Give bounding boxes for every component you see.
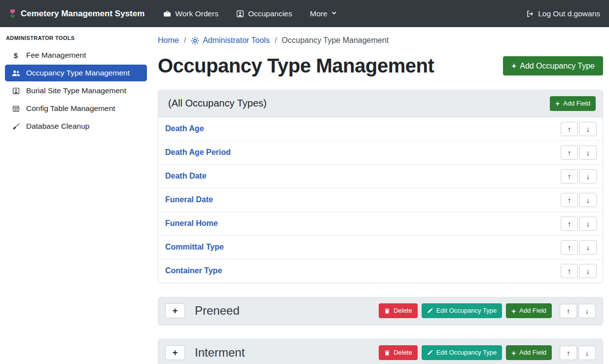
move-down-button[interactable]: ↓ — [579, 146, 597, 160]
work-orders-icon — [163, 10, 171, 18]
edit-label: Edit Occupancy Type — [436, 349, 497, 357]
move-down-button[interactable]: ↓ — [578, 346, 596, 360]
move-up-button[interactable]: ↑ — [561, 193, 578, 207]
sidebar-item-config-table-management[interactable]: Config Table Management — [5, 100, 147, 117]
field-row: Funeral Date ↑ ↓ — [158, 188, 603, 212]
field-link-container-type[interactable]: Container Type — [165, 266, 222, 275]
arrow-up-icon: ↑ — [567, 349, 571, 357]
expand-button[interactable]: + — [165, 303, 185, 318]
sidebar-item-occupancy-type-management[interactable]: Occupancy Type Management — [5, 65, 147, 81]
sidebar-item-burial-site-type-management[interactable]: Burial Site Type Management — [5, 82, 147, 99]
gear-icon — [191, 36, 199, 45]
reorder-buttons: ↑ ↓ — [561, 169, 597, 183]
move-up-button[interactable]: ↑ — [561, 217, 578, 231]
reorder-buttons: ↑ ↓ — [561, 264, 597, 278]
reorder-buttons: ↑ ↓ — [561, 122, 597, 136]
move-down-button[interactable]: ↓ — [579, 169, 597, 183]
nav-occupancies[interactable]: Occupancies — [236, 9, 292, 18]
edit-occupancy-type-button[interactable]: Edit Occupancy Type — [422, 345, 502, 360]
all-types-card-title: (All Occupancy Types) — [168, 98, 267, 109]
arrow-up-icon: ↑ — [567, 307, 571, 315]
field-link-funeral-home[interactable]: Funeral Home — [165, 219, 218, 228]
plus-icon: + — [511, 307, 516, 315]
delete-button[interactable]: Delete — [379, 345, 418, 360]
move-up-button[interactable]: ↑ — [560, 346, 577, 360]
primary-nav: Work Orders Occupancies More — [163, 9, 337, 18]
edit-occupancy-type-button[interactable]: Edit Occupancy Type — [422, 303, 502, 318]
arrow-down-icon: ↓ — [586, 125, 590, 133]
arrow-up-icon: ↑ — [568, 244, 572, 251]
logout-button[interactable]: Log Out d.gowans — [526, 9, 600, 18]
breadcrumb-separator: / — [184, 36, 186, 45]
sidebar-item-fee-management[interactable]: $ Fee Management — [5, 47, 147, 64]
app-brand[interactable]: Cemetery Management System — [9, 8, 144, 19]
delete-label: Delete — [394, 349, 412, 357]
add-field-label: Add Field — [519, 349, 546, 357]
plus-icon: + — [511, 349, 516, 357]
add-field-button[interactable]: + Add Field — [550, 96, 596, 111]
all-types-card-header: (All Occupancy Types) + Add Field — [158, 90, 603, 117]
occupancy-type-title: Interment — [195, 346, 379, 360]
delete-button[interactable]: Delete — [379, 303, 418, 318]
breadcrumb-admin-tools[interactable]: Administrator Tools — [191, 36, 270, 45]
field-row: Death Date ↑ ↓ — [158, 164, 603, 188]
breadcrumb-admin-tools-label: Administrator Tools — [203, 36, 270, 45]
add-field-button[interactable]: + Add Field — [506, 303, 552, 318]
sidebar-items: $ Fee Management Occupancy Type Manageme… — [0, 47, 152, 135]
arrow-up-icon: ↑ — [568, 267, 572, 275]
move-up-button[interactable]: ↑ — [561, 264, 578, 278]
type-cards: + Preneed Delete Edit Occupancy Type — [158, 297, 603, 364]
arrow-up-icon: ↑ — [568, 173, 572, 180]
occupancy-type-title: Preneed — [195, 304, 379, 318]
nav-work-orders[interactable]: Work Orders — [163, 9, 218, 18]
table-icon — [11, 105, 21, 112]
all-occupancy-types-card: (All Occupancy Types) + Add Field Death … — [158, 90, 603, 283]
add-occupancy-type-button[interactable]: + Add Occupancy Type — [503, 56, 603, 75]
page-title: Occupancy Type Management — [158, 55, 434, 77]
arrow-up-icon: ↑ — [568, 196, 572, 204]
arrow-up-icon: ↑ — [568, 220, 572, 227]
add-field-button[interactable]: + Add Field — [506, 345, 552, 360]
type-actions: Delete Edit Occupancy Type + Add Field ↑… — [379, 303, 596, 318]
add-occupancy-type-label: Add Occupancy Type — [520, 61, 595, 71]
nav-work-orders-label: Work Orders — [175, 9, 218, 18]
arrow-down-icon: ↓ — [585, 307, 589, 315]
field-link-death-age[interactable]: Death Age — [165, 124, 204, 133]
field-row: Death Age ↑ ↓ — [158, 117, 603, 141]
expand-button[interactable]: + — [165, 345, 185, 360]
breadcrumb-home[interactable]: Home — [158, 36, 179, 45]
broom-icon — [11, 123, 21, 130]
field-link-death-date[interactable]: Death Date — [165, 172, 207, 181]
field-link-death-age-period[interactable]: Death Age Period — [165, 148, 231, 157]
nav-occupancies-label: Occupancies — [248, 9, 292, 18]
type-actions: Delete Edit Occupancy Type + Add Field ↑… — [379, 345, 596, 360]
trash-icon — [384, 350, 390, 356]
move-up-button[interactable]: ↑ — [561, 122, 578, 136]
move-down-button[interactable]: ↓ — [578, 304, 596, 318]
move-down-button[interactable]: ↓ — [579, 264, 597, 278]
move-down-button[interactable]: ↓ — [579, 240, 597, 255]
add-field-label: Add Field — [563, 100, 590, 108]
arrow-down-icon: ↓ — [586, 220, 590, 227]
plus-icon: + — [173, 306, 178, 316]
plus-icon: + — [555, 100, 560, 107]
field-list: Death Age ↑ ↓ Death Age Period ↑ ↓ Death… — [158, 117, 603, 283]
nav-more[interactable]: More — [310, 9, 337, 18]
delete-label: Delete — [394, 307, 412, 315]
move-down-button[interactable]: ↓ — [579, 217, 597, 231]
move-down-button[interactable]: ↓ — [579, 122, 597, 136]
sidebar-item-database-cleanup[interactable]: Database Cleanup — [5, 118, 147, 135]
move-down-button[interactable]: ↓ — [579, 193, 597, 207]
field-row: Funeral Home ↑ ↓ — [158, 212, 603, 235]
move-up-button[interactable]: ↑ — [560, 304, 577, 318]
arrow-down-icon: ↓ — [586, 173, 590, 180]
field-row: Container Type ↑ ↓ — [158, 259, 603, 283]
move-up-button[interactable]: ↑ — [561, 146, 578, 160]
app-title: Cemetery Management System — [21, 9, 144, 19]
occupancy-type-card-preneed: + Preneed Delete Edit Occupancy Type — [158, 297, 603, 325]
field-link-committal-type[interactable]: Committal Type — [165, 243, 224, 252]
move-up-button[interactable]: ↑ — [561, 240, 578, 255]
move-up-button[interactable]: ↑ — [561, 169, 578, 183]
occupancies-icon — [236, 10, 244, 18]
field-link-funeral-date[interactable]: Funeral Date — [165, 195, 213, 204]
